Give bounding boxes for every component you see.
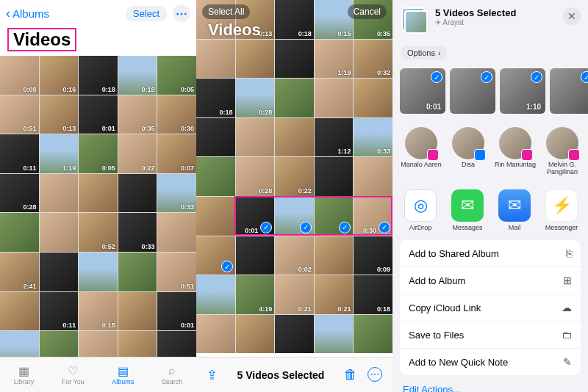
video-thumbnail[interactable] [79, 253, 118, 291]
video-thumbnail[interactable] [236, 40, 275, 79]
video-thumbnail[interactable] [275, 197, 314, 236]
video-thumbnail[interactable]: 0:28 [236, 157, 275, 196]
video-thumbnail[interactable] [275, 79, 314, 117]
cancel-button[interactable]: Cancel [348, 4, 387, 19]
video-thumbnail[interactable] [196, 157, 235, 196]
video-thumbnail[interactable] [275, 40, 314, 79]
video-thumbnail[interactable] [79, 174, 118, 213]
video-thumbnail[interactable]: 0:51 [157, 253, 196, 291]
strip-thumbnail[interactable]: 0:01 [400, 68, 445, 114]
share-contact[interactable]: Melvin G. Pangilinan [541, 127, 584, 176]
video-thumbnail[interactable]: 0:15 [79, 292, 118, 331]
video-thumbnail[interactable]: 4:19 [236, 275, 275, 314]
strip-thumbnail[interactable] [550, 68, 588, 114]
video-thumbnail[interactable]: 0:30 [157, 95, 196, 134]
video-thumbnail[interactable] [196, 40, 235, 79]
video-thumbnail[interactable]: 0:22 [118, 134, 157, 173]
tab-for-you[interactable]: ♡For You [62, 364, 85, 385]
video-thumbnail[interactable]: 0:28 [0, 174, 39, 213]
video-thumbnail[interactable]: 0:01 [236, 197, 275, 236]
video-grid-selecting[interactable]: 0:130:180:150:351:190:320:180:281:120:33… [196, 0, 392, 353]
video-thumbnail[interactable]: 0:18 [196, 79, 235, 117]
video-thumbnail[interactable]: 0:52 [79, 213, 118, 252]
video-thumbnail[interactable]: 0:33 [354, 118, 392, 157]
video-thumbnail[interactable]: 0:30 [354, 197, 392, 236]
video-thumbnail[interactable]: 1:12 [315, 118, 354, 157]
share-app[interactable]: ◎AirDrop [400, 189, 441, 231]
more-icon[interactable]: ⋯ [368, 367, 382, 382]
trash-icon[interactable]: 🗑 [344, 367, 357, 382]
share-app[interactable]: ✉Messages [447, 189, 488, 231]
video-thumbnail[interactable] [354, 315, 392, 354]
video-thumbnail[interactable] [354, 79, 392, 117]
video-thumbnail[interactable]: 0:18 [354, 275, 392, 314]
video-thumbnail[interactable] [40, 253, 79, 291]
more-button[interactable]: ⋯ [173, 4, 190, 22]
strip-thumbnail[interactable]: 1:10 [500, 68, 545, 114]
video-thumbnail[interactable]: 0:18 [79, 56, 118, 95]
video-thumbnail[interactable] [315, 315, 354, 354]
video-thumbnail[interactable] [354, 157, 392, 196]
tab-albums[interactable]: ▤Albums [112, 364, 134, 385]
video-thumbnail[interactable] [118, 253, 157, 291]
video-thumbnail[interactable]: 0:11 [40, 292, 79, 331]
video-thumbnail[interactable] [236, 315, 275, 354]
share-contact[interactable]: Manalo Aaren [400, 127, 442, 176]
share-contact[interactable]: Disa [447, 127, 490, 176]
video-thumbnail[interactable] [275, 118, 314, 157]
select-button[interactable]: Select [126, 6, 167, 21]
tab-library[interactable]: ▦Library [14, 364, 35, 385]
video-grid[interactable]: 0:080:160:180:180:050:510:130:010:350:30… [0, 56, 196, 370]
video-thumbnail[interactable]: 0:18 [118, 56, 157, 95]
share-contact[interactable]: Rin Manuntag [494, 127, 537, 176]
video-thumbnail[interactable] [196, 197, 235, 236]
video-thumbnail[interactable] [315, 79, 354, 117]
video-thumbnail[interactable] [196, 236, 235, 275]
video-thumbnail[interactable] [236, 118, 275, 157]
video-thumbnail[interactable] [196, 275, 235, 314]
video-thumbnail[interactable]: 0:02 [275, 236, 314, 275]
video-thumbnail[interactable]: 0:07 [157, 134, 196, 173]
video-thumbnail[interactable]: 0:21 [275, 275, 314, 314]
selected-thumbnails[interactable]: 0:011:10 [392, 65, 588, 117]
video-thumbnail[interactable]: 1:19 [40, 134, 79, 173]
video-thumbnail[interactable]: 0:21 [315, 275, 354, 314]
video-thumbnail[interactable]: 0:01 [79, 95, 118, 134]
video-thumbnail[interactable] [315, 157, 354, 196]
strip-thumbnail[interactable] [450, 68, 495, 114]
share-icon[interactable]: ⇪ [207, 367, 218, 383]
video-thumbnail[interactable]: 0:32 [354, 40, 392, 79]
video-thumbnail[interactable] [315, 236, 354, 275]
share-app[interactable]: ✉Mail [494, 189, 535, 231]
video-thumbnail[interactable]: 2:41 [0, 253, 39, 291]
video-thumbnail[interactable]: 0:09 [354, 236, 392, 275]
video-thumbnail[interactable] [0, 213, 39, 252]
video-thumbnail[interactable]: 0:28 [236, 79, 275, 117]
video-thumbnail[interactable] [315, 197, 354, 236]
options-button[interactable]: Options › [401, 46, 447, 59]
video-thumbnail[interactable] [40, 174, 79, 213]
video-thumbnail[interactable]: 0:33 [118, 213, 157, 252]
video-thumbnail[interactable]: 0:16 [40, 56, 79, 95]
share-action-add-to-new-quick-note[interactable]: Add to New Quick Note✎ [400, 349, 581, 375]
video-thumbnail[interactable]: 0:11 [0, 134, 39, 173]
edit-actions-link[interactable]: Edit Actions... [392, 375, 588, 392]
share-action-add-to-album[interactable]: Add to Album⊞ [400, 267, 581, 294]
video-thumbnail[interactable]: 0:05 [79, 134, 118, 173]
video-thumbnail[interactable] [118, 292, 157, 331]
video-thumbnail[interactable]: 0:01 [157, 292, 196, 331]
video-thumbnail[interactable] [157, 213, 196, 252]
select-all-button[interactable]: Select All [202, 4, 250, 19]
share-app[interactable]: ⚡Messenger [541, 189, 582, 231]
share-action-copy-icloud-link[interactable]: Copy iCloud Link☁ [400, 294, 581, 322]
tab-search[interactable]: ⌕Search [162, 364, 183, 385]
video-thumbnail[interactable]: 0:08 [0, 56, 39, 95]
video-thumbnail[interactable]: 0:51 [0, 95, 39, 134]
video-thumbnail[interactable] [118, 174, 157, 213]
video-thumbnail[interactable] [0, 292, 39, 331]
video-thumbnail[interactable]: 0:05 [157, 56, 196, 95]
video-thumbnail[interactable] [40, 213, 79, 252]
video-thumbnail[interactable]: 0:13 [40, 95, 79, 134]
share-action-add-to-shared-album[interactable]: Add to Shared Album⎘ [400, 240, 581, 267]
video-thumbnail[interactable]: 0:22 [275, 157, 314, 196]
